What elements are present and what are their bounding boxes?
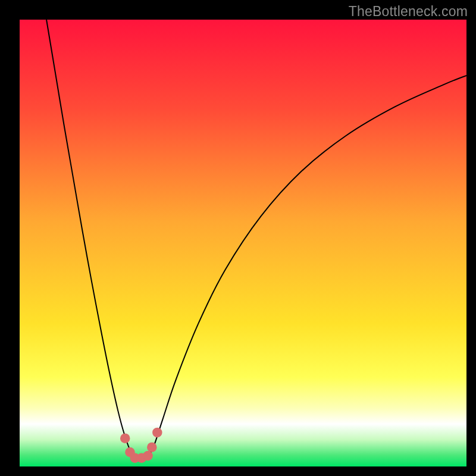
bottleneck-curve: [20, 20, 466, 466]
marker-point: [143, 451, 153, 461]
marker-point: [120, 433, 130, 443]
curve-right-branch: [147, 76, 466, 459]
marker-point: [152, 428, 162, 438]
chart-frame: TheBottleneck.com: [0, 0, 476, 476]
watermark-text: TheBottleneck.com: [349, 4, 468, 20]
curve-left-branch: [46, 20, 136, 458]
marker-cluster: [120, 428, 162, 463]
marker-point: [147, 442, 157, 452]
plot-area: [20, 20, 466, 466]
